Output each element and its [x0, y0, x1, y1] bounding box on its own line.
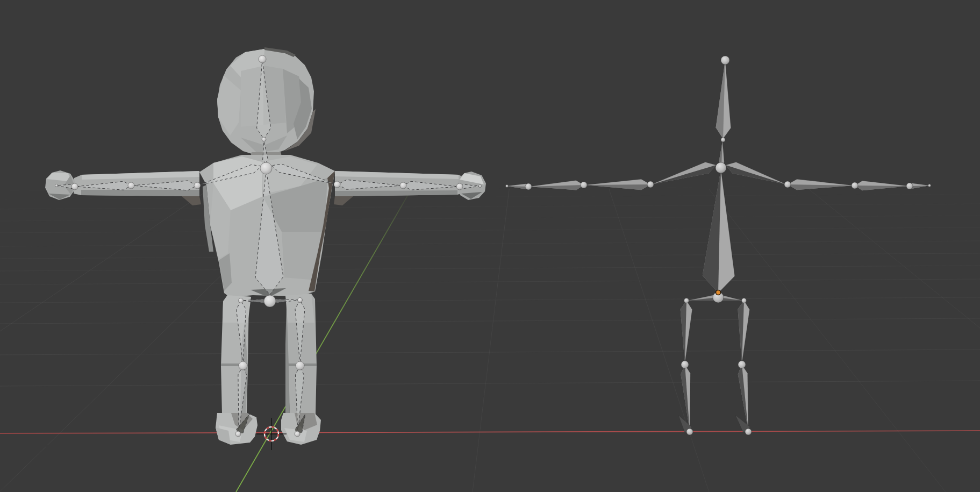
blender-3d-viewport[interactable]	[0, 0, 980, 492]
viewport-canvas[interactable]	[0, 0, 980, 492]
armature-origin-dot	[716, 290, 721, 295]
viewport-background	[0, 0, 980, 492]
